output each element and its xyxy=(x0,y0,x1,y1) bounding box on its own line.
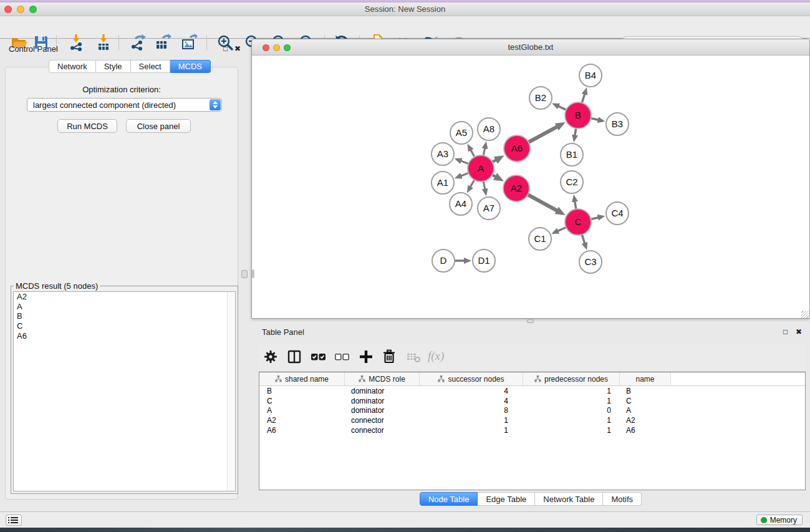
graph-node-A3[interactable]: A3 xyxy=(432,143,454,165)
delete-column-icon[interactable] xyxy=(380,348,398,365)
table-cell[interactable]: C xyxy=(259,397,345,405)
graph-node-A5[interactable]: A5 xyxy=(450,122,473,144)
import-network-icon[interactable] xyxy=(67,34,85,51)
control-panel-close-icon[interactable]: ✖ xyxy=(234,45,241,52)
network-graph-canvas[interactable]: AA6A2BCA1A3A4A5A7A8B1B2B3B4C1C2C3C4DD1 xyxy=(252,56,809,318)
table-tab-network-table[interactable]: Network Table xyxy=(535,492,603,506)
table-tab-edge-table[interactable]: Edge Table xyxy=(478,492,535,506)
table-cell[interactable]: 1 xyxy=(523,416,620,425)
window-resize-grip[interactable] xyxy=(801,311,809,318)
graph-node-B1[interactable]: B1 xyxy=(561,143,583,166)
graph-node-B3[interactable]: B3 xyxy=(606,113,629,135)
table-cell[interactable]: A xyxy=(620,406,671,415)
table-row-a6: A6connector11A6 xyxy=(259,425,805,435)
table-cell[interactable]: A2 xyxy=(620,416,671,425)
graph-node-C1[interactable]: C1 xyxy=(529,228,551,250)
table-cell[interactable]: connector xyxy=(345,426,420,435)
column-header-successor-nodes[interactable]: successor nodes xyxy=(420,372,523,385)
column-header-label: predecessor nodes xyxy=(544,375,608,384)
graph-node-A4[interactable]: A4 xyxy=(450,193,472,215)
close-panel-button[interactable]: Close panel xyxy=(126,119,191,133)
table-cell[interactable]: A xyxy=(259,406,345,415)
table-cell[interactable]: A2 xyxy=(259,416,345,425)
mcds-result-list[interactable]: A2ABCA6 xyxy=(13,291,236,491)
control-panel-tabs: NetworkStyleSelectMCDS xyxy=(49,60,211,73)
column-header-predecessor-nodes[interactable]: predecessor nodes xyxy=(523,372,620,385)
export-image-icon[interactable] xyxy=(180,34,198,51)
table-cell[interactable]: A6 xyxy=(259,426,345,435)
result-item-a2[interactable]: A2 xyxy=(14,292,235,302)
column-header-name[interactable]: name xyxy=(620,372,671,385)
graph-node-B[interactable]: B xyxy=(565,102,591,128)
table-cell[interactable]: 1 xyxy=(420,426,523,435)
table-cell[interactable]: 0 xyxy=(523,406,620,415)
export-network-icon[interactable] xyxy=(129,34,147,51)
table-cell[interactable]: dominator xyxy=(345,406,420,415)
app-titlebar: Session: New Session xyxy=(0,2,810,16)
table-row-a: Adominator80A xyxy=(259,406,805,416)
table-panel-close-icon[interactable]: ✖ xyxy=(796,328,802,336)
table-cell[interactable]: 1 xyxy=(420,416,523,425)
control-tab-mcds[interactable]: MCDS xyxy=(170,60,211,73)
table-cell[interactable]: dominator xyxy=(345,397,420,405)
column-header-MCDS-role[interactable]: MCDS role xyxy=(345,372,420,385)
control-tab-style[interactable]: Style xyxy=(96,60,131,73)
column-header-shared-name[interactable]: shared name xyxy=(259,372,345,385)
graph-node-A7[interactable]: A7 xyxy=(478,197,500,220)
result-scrollbar-track[interactable] xyxy=(227,292,235,491)
criterion-dropdown[interactable]: largest connected component (directed) xyxy=(27,98,222,112)
table-cell[interactable]: 4 xyxy=(420,397,523,405)
table-panel-float-icon[interactable]: □ xyxy=(783,328,788,336)
control-tab-network[interactable]: Network xyxy=(49,60,96,73)
table-cell[interactable]: 1 xyxy=(523,426,620,435)
control-tab-select[interactable]: Select xyxy=(131,60,170,73)
graph-node-B2[interactable]: B2 xyxy=(529,87,552,109)
panel-splitter-handle[interactable] xyxy=(241,270,248,278)
graph-node-B4[interactable]: B4 xyxy=(579,64,602,87)
unselect-all-icon[interactable] xyxy=(333,348,350,365)
graph-node-A[interactable]: A xyxy=(468,155,494,181)
table-cell[interactable]: A6 xyxy=(620,426,671,435)
table-cell[interactable]: B xyxy=(620,387,671,395)
graph-node-C2[interactable]: C2 xyxy=(561,171,583,193)
graph-node-A6[interactable]: A6 xyxy=(504,135,530,162)
table-row-b: Bdominator41B xyxy=(259,386,805,396)
graph-node-C4[interactable]: C4 xyxy=(606,202,629,225)
criterion-dropdown-value: largest connected component (directed) xyxy=(33,100,176,110)
run-mcds-button[interactable]: Run MCDS xyxy=(57,119,117,133)
table-cell[interactable]: 8 xyxy=(420,406,523,415)
memory-button[interactable]: Memory xyxy=(756,515,803,525)
table-tab-motifs[interactable]: Motifs xyxy=(603,492,642,506)
task-history-button[interactable] xyxy=(6,515,22,526)
add-column-icon[interactable] xyxy=(357,348,375,365)
control-panel-float-icon[interactable]: □ xyxy=(223,45,228,52)
graph-node-D1[interactable]: D1 xyxy=(473,249,495,272)
graph-node-D[interactable]: D xyxy=(432,249,455,272)
split-view-icon[interactable] xyxy=(286,348,303,365)
graph-node-C[interactable]: C xyxy=(565,209,591,235)
table-tab-node-table[interactable]: Node Table xyxy=(420,492,478,506)
table-cell[interactable]: C xyxy=(620,397,671,405)
result-item-a6[interactable]: A6 xyxy=(14,331,235,341)
result-item-c[interactable]: C xyxy=(14,321,235,331)
table-cell[interactable]: B xyxy=(259,387,345,395)
graph-node-A2[interactable]: A2 xyxy=(503,175,529,201)
table-cell[interactable]: 4 xyxy=(420,387,523,395)
network-vertical-scroll-thumb[interactable] xyxy=(252,269,254,278)
import-table-icon[interactable] xyxy=(95,34,112,51)
result-item-b[interactable]: B xyxy=(14,311,235,321)
graph-node-C3[interactable]: C3 xyxy=(579,251,602,273)
export-table-icon[interactable] xyxy=(154,34,171,51)
graph-node-A8[interactable]: A8 xyxy=(478,118,500,140)
table-splitter-handle[interactable] xyxy=(527,319,534,323)
table-cell[interactable]: dominator xyxy=(345,387,420,395)
result-item-a[interactable]: A xyxy=(14,302,235,312)
table-cell[interactable]: 1 xyxy=(523,397,620,405)
status-bar: Memory xyxy=(0,511,810,528)
graph-node-A1[interactable]: A1 xyxy=(432,172,454,194)
gear-icon[interactable] xyxy=(262,348,279,365)
table-cell[interactable]: connector xyxy=(345,416,420,425)
table-cell[interactable]: 1 xyxy=(523,387,620,395)
select-all-icon[interactable] xyxy=(309,348,327,365)
table-row-a2: A2connector11A2 xyxy=(259,415,805,425)
